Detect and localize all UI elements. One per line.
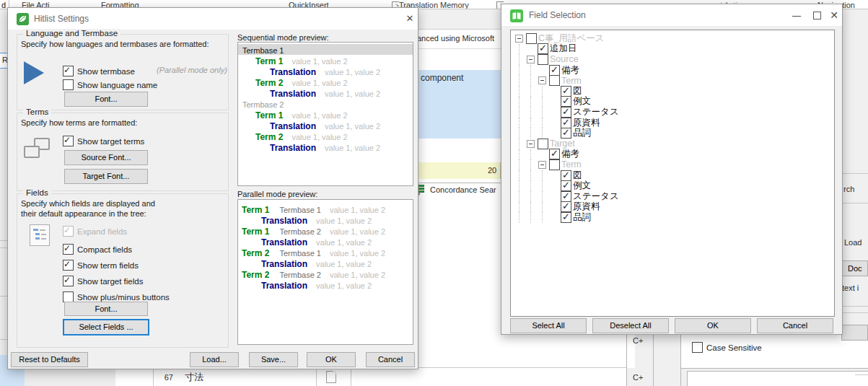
maximize-icon[interactable] <box>813 12 821 19</box>
select-fields-button[interactable]: Select Fields ... <box>63 319 149 335</box>
close-icon[interactable]: ✕ <box>402 12 418 26</box>
tree-item[interactable]: 例文 <box>511 97 834 108</box>
checkbox[interactable] <box>692 342 703 353</box>
tree-item[interactable]: 追加日 <box>511 44 834 55</box>
parallel-mode-note: (Parallel mode only) <box>157 66 227 74</box>
tree-indent <box>550 123 561 123</box>
deselect-all-button[interactable]: Deselect All <box>592 318 669 333</box>
field-selection-titlebar[interactable]: Field Selection — ✕ <box>501 4 842 26</box>
target-font-button[interactable]: Target Font... <box>64 169 148 184</box>
checkbox[interactable] <box>63 260 74 271</box>
group-language-desc: Specify how languages and termbases are … <box>21 40 209 48</box>
ok-button[interactable]: OK <box>307 352 356 367</box>
field-selection-dialog: Field Selection — ✕ C事_用語ベース追加日Source備考T… <box>501 4 843 335</box>
fields-font-button[interactable]: Font... <box>64 302 148 316</box>
tree-checkbox[interactable] <box>526 33 537 44</box>
preview-row: Term 2Termbase 1value 1, value 2 <box>238 247 413 258</box>
hitlist-titlebar[interactable]: Hitlist Settings ✕ <box>8 8 418 30</box>
checkbox[interactable] <box>63 79 74 90</box>
tree-item[interactable]: ステータス <box>511 191 834 202</box>
source-font-button[interactable]: Source Font... <box>64 150 148 165</box>
tree-item[interactable]: Target <box>511 139 834 149</box>
cell-text: component <box>421 73 463 83</box>
tree-item[interactable]: C事_用語ベース <box>511 33 834 44</box>
document-button-fragment[interactable]: Doc <box>842 260 868 276</box>
tree-item[interactable]: 品詞 <box>511 128 834 139</box>
preview-values: value 1, value 2 <box>325 68 380 76</box>
checkbox-label: Show language name <box>77 81 157 89</box>
source-cell-highlighted[interactable]: component <box>404 70 505 139</box>
group-fields-desc-line1: Specify which fields are displayed and <box>21 199 155 208</box>
grid-gutter <box>25 367 115 386</box>
tree-item[interactable]: Term <box>511 75 834 86</box>
tree-checkbox[interactable] <box>538 43 548 54</box>
close-icon[interactable]: ✕ <box>826 8 842 22</box>
tree-label: Source <box>550 54 579 64</box>
checkbox[interactable] <box>63 244 74 255</box>
preview-label: Termbase 1 <box>242 46 284 55</box>
tree-item[interactable]: 備考 <box>511 65 834 76</box>
tree-item[interactable]: 備考 <box>511 149 834 160</box>
tree-guide <box>519 118 527 128</box>
preview-values: value 1, value 2 <box>316 260 372 268</box>
preview-row: Term 1value 1, value 2 <box>238 109 413 120</box>
preview-label: Term 1 <box>242 205 269 214</box>
checkbox-label: Show target terms <box>77 137 144 146</box>
tree-collapse-toggle[interactable] <box>527 56 535 63</box>
checkbox-label: Show termbase <box>77 67 135 76</box>
show-target-fields-checkbox-row: Show target fields <box>63 274 143 285</box>
minimize-icon[interactable]: — <box>789 6 805 21</box>
tree-item[interactable]: Term <box>511 159 834 170</box>
tree-collapse-toggle[interactable] <box>538 76 546 84</box>
tree-item[interactable]: 図 <box>511 86 834 97</box>
ok-button[interactable]: OK <box>675 318 751 333</box>
tree-checkbox[interactable] <box>549 75 560 86</box>
tree-checkbox[interactable] <box>561 128 571 139</box>
save-button[interactable]: Save... <box>249 352 298 367</box>
preview-values: value 1, value 2 <box>330 206 385 214</box>
load-button[interactable]: Load... <box>190 352 239 367</box>
tree-checkbox[interactable] <box>549 159 560 170</box>
checkbox-label: Show target fields <box>77 277 143 286</box>
tree-item[interactable]: 例文 <box>511 180 834 191</box>
tree-checkbox[interactable] <box>549 149 560 159</box>
button-fragment[interactable] <box>841 325 868 341</box>
preview-row: Translationvalue 1, value 2 <box>238 120 413 131</box>
termbase-book-icon <box>510 9 523 22</box>
tree-item[interactable]: 原資料 <box>511 118 834 128</box>
reset-to-defaults-button[interactable]: Reset to Defaults <box>11 352 88 367</box>
tree-collapse-toggle[interactable] <box>538 161 546 169</box>
concordance-label[interactable]: Concordance Sear <box>430 185 496 194</box>
tree-checkbox[interactable] <box>561 212 571 223</box>
compact-fields-checkbox-row: Compact fields <box>63 242 132 253</box>
tree-checkbox[interactable] <box>549 65 560 76</box>
tree-item[interactable]: 原資料 <box>511 202 834 213</box>
checkbox[interactable] <box>63 66 74 76</box>
tree-item[interactable]: 図 <box>511 170 834 181</box>
tree-collapse-toggle[interactable] <box>515 35 523 43</box>
cancel-button[interactable]: Cancel <box>757 318 833 333</box>
divider <box>316 368 317 386</box>
language-font-button[interactable]: Font... <box>64 92 148 107</box>
checkbox[interactable] <box>63 276 74 286</box>
preview-row: Termbase 2 <box>238 98 413 109</box>
hitlist-settings-dialog: Hitlist Settings ✕ Language and Termbase… <box>7 7 418 369</box>
tree-checkbox[interactable] <box>538 54 548 65</box>
terms-icon <box>24 138 50 158</box>
tree-item[interactable]: Source <box>511 54 834 65</box>
checkbox[interactable] <box>63 136 74 146</box>
preview-label: Term 2 <box>255 78 283 87</box>
tree-checkbox[interactable] <box>538 139 548 149</box>
match-type-badge: C+ <box>633 373 643 382</box>
tree-guide <box>519 97 527 108</box>
preview-row: Translationvalue 1, value 2 <box>238 258 413 268</box>
tree-label: Term <box>561 159 582 170</box>
tree-item[interactable]: ステータス <box>511 107 834 118</box>
tree-collapse-toggle[interactable] <box>527 140 535 148</box>
tree-guide <box>519 202 527 213</box>
cancel-button[interactable]: Cancel <box>366 352 415 367</box>
select-all-button[interactable]: Select All <box>510 318 587 333</box>
tree-item[interactable]: 品詞 <box>511 212 834 223</box>
hitlist-settings-icon <box>17 13 29 25</box>
show-term-fields-checkbox-row: Show term fields <box>63 258 139 269</box>
